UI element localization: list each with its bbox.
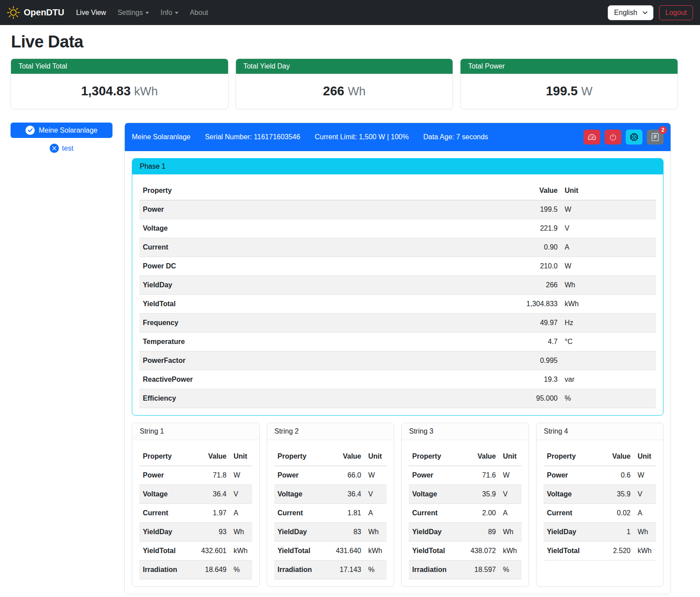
nav-item-live-view[interactable]: Live View [70,5,112,20]
top-navbar: OpenDTU Live View Settings Info About En… [0,0,700,25]
property-cell: Current [139,238,508,257]
unit-cell: A [634,504,656,523]
property-cell: YieldTotal [544,542,598,561]
unit-cell: A [561,238,656,257]
value-cell: 210.0 [508,257,561,276]
summary-card-unit: Wh [348,85,366,98]
value-cell: 432.601 [193,542,230,561]
value-cell: 266 [508,276,561,295]
value-cell: 89 [463,523,500,542]
app-brand[interactable]: OpenDTU [7,6,64,19]
value-cell: 4.7 [508,333,561,351]
table-row: PowerFactor0.995 [139,351,656,370]
dropdown-caret-icon [175,12,178,14]
inverter-data-age: Data Age: 7 seconds [423,133,488,141]
string-card-title: String 1 [132,423,259,440]
column-header: Value [597,447,634,466]
limit-settings-button[interactable] [584,130,600,145]
value-cell: 19.3 [508,370,561,389]
power-button[interactable] [605,130,621,145]
summary-card-total-yield-day: Total Yield Day 266Wh [236,58,453,109]
value-cell: 199.5 [508,200,561,219]
unit-cell: V [365,485,387,504]
value-cell: 0.90 [508,238,561,257]
table-header-row: PropertyValueUnit [544,447,656,466]
summary-card-unit: kWh [134,85,158,98]
column-header: Property [274,447,328,466]
property-cell: YieldTotal [139,295,508,314]
value-cell: 0.6 [597,466,634,485]
unit-cell: % [561,389,656,408]
column-header: Unit [365,447,387,466]
inverter-name: Meine Solaranlage [132,133,190,141]
value-cell: 1.81 [328,504,365,523]
table-row: YieldTotal432.601kWh [139,542,252,561]
nav-item-info[interactable]: Info [155,5,184,20]
device-info-button[interactable] [626,130,642,145]
value-cell: 18.649 [193,561,230,579]
inverter-select-item-test[interactable]: test [11,144,112,153]
value-cell: 95.000 [508,389,561,408]
unit-cell: W [634,466,656,485]
logout-button[interactable]: Logout [659,5,693,20]
language-select[interactable]: English [608,5,653,20]
property-cell: Efficiency [139,389,508,408]
summary-card-title: Total Yield Day [236,59,453,74]
table-row: Irradiation18.597% [409,561,522,579]
inverter-select-label: Meine Solaranlage [39,127,97,134]
unit-cell: Wh [634,523,656,542]
table-row: YieldDay1Wh [544,523,656,542]
property-cell: YieldDay [544,523,598,542]
nav-item-about[interactable]: About [184,5,214,20]
unit-cell: % [365,561,387,579]
value-cell: 36.4 [193,485,230,504]
column-header: Property [544,447,598,466]
string-card-title: String 2 [267,423,394,440]
table-row: Efficiency95.000% [139,389,656,408]
unit-cell: kWh [634,542,656,561]
event-log-button[interactable]: 2 [647,130,664,145]
table-row: Current0.90A [139,238,656,257]
summary-card-title: Total Power [461,59,678,74]
table-row: YieldDay266Wh [139,276,656,295]
unit-cell [561,351,656,370]
summary-card-total-power: Total Power 199.5W [460,58,678,109]
inverter-serial: Serial Number: 116171603546 [205,133,300,141]
column-header: Unit [561,181,656,200]
main-nav: Live View Settings Info About [70,5,214,20]
column-header: Property [139,181,508,200]
table-header-row: PropertyValueUnit [139,447,252,466]
value-cell: 221.9 [508,219,561,238]
value-cell: 2.00 [463,504,500,523]
property-cell: Current [409,504,463,523]
column-header: Unit [500,447,522,466]
table-row: Voltage35.9V [409,485,522,504]
summary-card-unit: W [581,85,592,98]
string-card-1: String 1 PropertyValueUnitPower71.8WVolt… [132,423,260,587]
phase-panel: Phase 1 PropertyValueUnitPower199.5WVolt… [132,158,664,416]
column-header: Value [463,447,500,466]
power-icon [609,133,617,141]
property-cell: Irradiation [409,561,463,579]
inverter-limit: Current Limit: 1,500 W | 100% [315,133,409,141]
unit-cell: W [561,200,656,219]
table-row: Voltage35.9V [544,485,656,504]
inverter-select-button-active[interactable]: Meine Solaranlage [11,123,112,138]
table-row: Frequency49.97Hz [139,314,656,333]
value-cell: 71.6 [463,466,500,485]
unit-cell: Wh [500,523,522,542]
event-count-badge: 2 [659,126,667,134]
value-cell: 1.97 [193,504,230,523]
property-cell: Current [544,504,598,523]
property-cell: Power [409,466,463,485]
property-cell: Voltage [139,485,193,504]
value-cell: 0.995 [508,351,561,370]
value-cell: 18.597 [463,561,500,579]
journal-text-icon [651,133,659,141]
summary-card-total-yield-total: Total Yield Total 1,304.83kWh [11,58,228,109]
property-cell: ReactivePower [139,370,508,389]
nav-item-settings[interactable]: Settings [112,5,155,20]
phase-panel-title: Phase 1 [132,159,663,174]
value-cell: 2.520 [597,542,634,561]
property-cell: Power [139,200,508,219]
